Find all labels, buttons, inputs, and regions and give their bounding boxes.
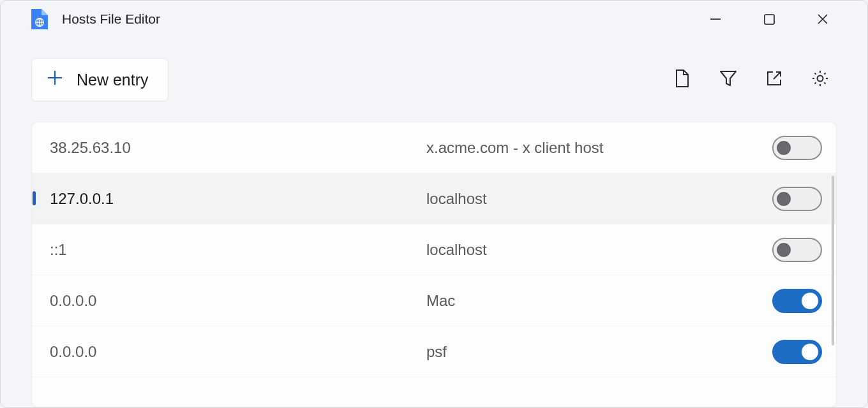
host-description: Mac xyxy=(426,292,772,310)
host-row[interactable]: 0.0.0.0psf xyxy=(32,326,836,377)
app-icon xyxy=(31,9,48,29)
host-address: ::1 xyxy=(50,241,426,259)
enable-toggle[interactable] xyxy=(772,136,822,160)
host-description: localhost xyxy=(426,190,772,208)
host-address: 0.0.0.0 xyxy=(50,292,426,310)
enable-toggle[interactable] xyxy=(772,238,822,262)
gear-icon xyxy=(811,69,830,91)
app-window: Hosts File Editor New entry xyxy=(0,0,868,408)
enable-toggle[interactable] xyxy=(772,289,822,313)
file-icon xyxy=(674,69,691,91)
window-controls xyxy=(707,10,855,28)
open-external-icon xyxy=(765,69,783,90)
host-row[interactable]: 38.25.63.10x.acme.com - x client host xyxy=(32,122,836,173)
toggle-knob xyxy=(777,243,791,257)
titlebar-left: Hosts File Editor xyxy=(31,9,160,29)
host-row[interactable]: ::1localhost xyxy=(32,224,836,275)
toolbar-right xyxy=(672,69,837,90)
svg-line-10 xyxy=(774,72,781,79)
filter-button[interactable] xyxy=(718,69,738,90)
host-description: x.acme.com - x client host xyxy=(426,139,772,157)
maximize-button[interactable] xyxy=(760,10,778,28)
host-description: psf xyxy=(426,343,772,361)
svg-rect-5 xyxy=(765,15,774,24)
toggle-knob xyxy=(802,344,818,360)
host-description: localhost xyxy=(426,241,772,259)
enable-toggle[interactable] xyxy=(772,340,822,364)
file-button[interactable] xyxy=(672,69,692,90)
titlebar: Hosts File Editor xyxy=(1,1,867,38)
new-entry-label: New entry xyxy=(77,71,149,89)
open-external-button[interactable] xyxy=(764,69,784,90)
close-button[interactable] xyxy=(814,10,832,28)
plus-icon xyxy=(46,69,64,91)
settings-button[interactable] xyxy=(810,69,830,90)
app-title: Hosts File Editor xyxy=(62,11,160,27)
toolbar: New entry xyxy=(1,38,867,114)
host-address: 0.0.0.0 xyxy=(50,343,426,361)
filter-icon xyxy=(719,69,738,90)
host-row[interactable]: 127.0.0.1localhost xyxy=(32,173,836,224)
minimize-button[interactable] xyxy=(707,10,724,28)
toggle-knob xyxy=(777,192,791,206)
toggle-knob xyxy=(777,141,791,155)
enable-toggle[interactable] xyxy=(772,187,822,211)
svg-point-11 xyxy=(818,76,823,82)
host-row[interactable]: 0.0.0.0Mac xyxy=(32,275,836,326)
host-address: 127.0.0.1 xyxy=(50,190,426,208)
toggle-knob xyxy=(802,293,818,309)
hosts-list: 38.25.63.10x.acme.com - x client host127… xyxy=(31,122,837,407)
new-entry-button[interactable]: New entry xyxy=(31,58,168,101)
host-address: 38.25.63.10 xyxy=(50,139,426,157)
scrollbar[interactable] xyxy=(832,176,834,346)
